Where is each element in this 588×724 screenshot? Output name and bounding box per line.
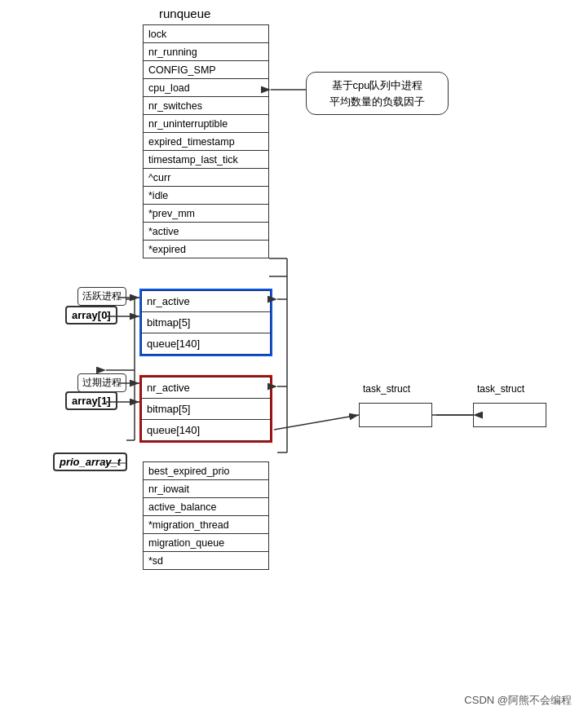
label-guoqi: 过期进程 <box>77 373 126 392</box>
svg-line-18 <box>274 415 359 430</box>
runqueue-field--curr: ^curr <box>144 169 269 187</box>
runqueue-field-CONFIG-SMP: CONFIG_SMP <box>144 61 269 79</box>
expired-array-section: nr_activebitmap[5]queue[140] <box>139 375 272 443</box>
bottom-field--sd: *sd <box>144 552 269 570</box>
runqueue-field--prev-mm: *prev_mm <box>144 205 269 223</box>
runqueue-field-nr-uninterruptible: nr_uninterruptible <box>144 115 269 133</box>
watermark: CSDN @阿熊不会编程 <box>464 693 572 708</box>
active-field-queue-140-: queue[140] <box>142 333 271 355</box>
label-array1: array[1] <box>65 391 117 410</box>
label-huoyue: 活跃进程 <box>77 287 126 306</box>
runqueue-field-lock: lock <box>144 25 269 43</box>
active-field-bitmap-5-: bitmap[5] <box>142 312 271 333</box>
expired-field-nr-active: nr_active <box>142 377 271 399</box>
bottom-field-best-expired-prio: best_expired_prio <box>144 462 269 480</box>
bottom-field-active-balance: active_balance <box>144 498 269 516</box>
runqueue-field-timestamp-last-tick: timestamp_last_tick <box>144 151 269 169</box>
runqueue-field-nr-running: nr_running <box>144 43 269 61</box>
runqueue-field-nr-switches: nr_switches <box>144 97 269 115</box>
runqueue-field--expired: *expired <box>144 241 269 258</box>
runqueue-table-top: locknr_runningCONFIG_SMPcpu_loadnr_switc… <box>143 24 269 258</box>
diagram-title: runqueue <box>159 7 210 20</box>
label-prio: prio_array_t <box>53 452 127 471</box>
bottom-field-migration-queue: migration_queue <box>144 534 269 552</box>
active-array-section: nr_activebitmap[5]queue[140] <box>139 289 272 356</box>
arrows-svg <box>0 0 588 724</box>
runqueue-field-cpu-load: cpu_load <box>144 79 269 97</box>
expired-field-queue-140-: queue[140] <box>142 420 271 441</box>
label-array0: array[0] <box>65 306 117 324</box>
bottom-field-nr-iowait: nr_iowait <box>144 480 269 498</box>
task-struct-label-1: task_struct <box>363 383 410 395</box>
expired-array-table: nr_activebitmap[5]queue[140] <box>141 377 271 441</box>
task-struct-box-2 <box>473 403 546 427</box>
task-struct-label-2: task_struct <box>477 383 524 395</box>
active-field-nr-active: nr_active <box>142 291 271 312</box>
cpu-load-annotation: 基于cpu队列中进程 平均数量的负载因子 <box>306 72 449 115</box>
runqueue-field--idle: *idle <box>144 187 269 205</box>
active-array-table: nr_activebitmap[5]queue[140] <box>141 290 271 355</box>
runqueue-field--active: *active <box>144 223 269 241</box>
runqueue-table-bottom: best_expired_prionr_iowaitactive_balance… <box>143 461 269 570</box>
bottom-field--migration-thread: *migration_thread <box>144 516 269 534</box>
runqueue-field-expired-timestamp: expired_timestamp <box>144 133 269 151</box>
expired-field-bitmap-5-: bitmap[5] <box>142 399 271 420</box>
diagram-container: runqueue locknr_runningCONFIG_SMPcpu_loa… <box>0 0 588 724</box>
task-struct-box-1 <box>359 403 432 427</box>
